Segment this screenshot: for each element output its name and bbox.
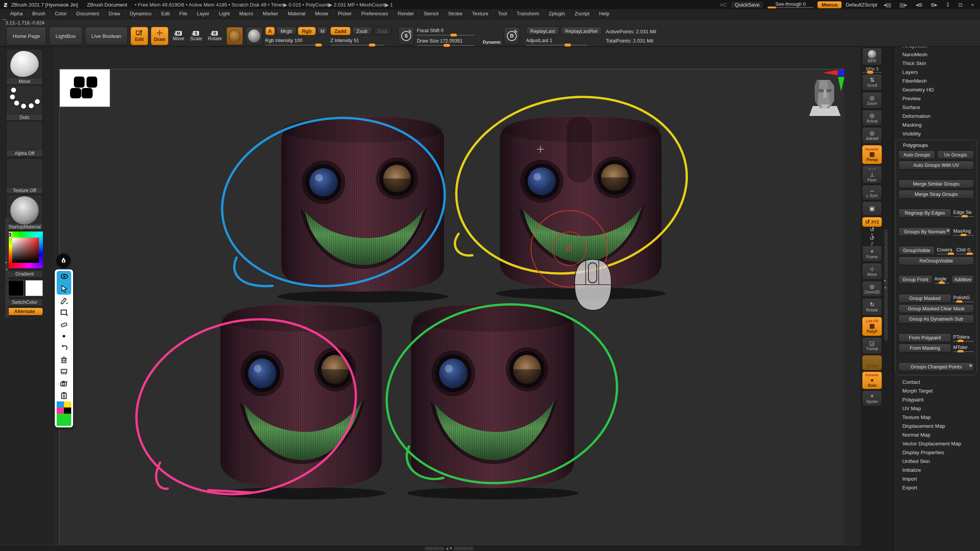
dock-right-icon[interactable]: ⊞▸ xyxy=(928,2,939,8)
menu-layer[interactable]: Layer xyxy=(192,9,214,19)
scale-button[interactable]: S Scale xyxy=(188,27,203,45)
pg-groupvisible[interactable]: GroupVisible xyxy=(898,246,935,255)
palette-tile-alpha[interactable]: Alpha Off xyxy=(6,121,43,157)
tool-section-layers[interactable]: Layers xyxy=(895,68,978,77)
palette-tile-brush[interactable]: Move xyxy=(6,49,43,85)
clipboard-icon[interactable] xyxy=(57,390,71,401)
zoom3d-button[interactable]: ◎Zoom3D xyxy=(862,281,882,297)
rgb-intensity-slider[interactable]: Rgb Intensity 100 xyxy=(265,37,323,46)
size-dot-icon[interactable] xyxy=(57,330,71,342)
canvas-area[interactable] xyxy=(54,47,861,545)
menu-edit[interactable]: Edit xyxy=(157,9,175,19)
spix-slider[interactable]: SPix 3 xyxy=(862,67,882,73)
draw-button[interactable]: Draw xyxy=(151,27,168,45)
default-zscript-label[interactable]: DefaultZScript xyxy=(846,2,877,8)
xpose-button[interactable]: ⌖Xpose xyxy=(862,390,882,406)
palette-color-2[interactable] xyxy=(57,408,64,414)
pg-regroup-by-edges[interactable]: Regroup By Edges xyxy=(898,209,951,217)
pg-group-as-dynamesh-sub[interactable]: Group As Dynamesh Sub xyxy=(898,315,974,323)
menu-draw[interactable]: Draw xyxy=(104,9,125,19)
pg-merge-similar-groups[interactable]: Merge Similar Groups xyxy=(898,179,974,188)
minimize-icon[interactable]: ↧ xyxy=(944,2,952,8)
pg-auto-groups[interactable]: Auto Groups xyxy=(898,150,935,159)
menu-file[interactable]: File xyxy=(175,9,192,19)
m-button[interactable]: M xyxy=(317,27,328,35)
saturation-square[interactable] xyxy=(12,238,39,263)
menu-movie[interactable]: Movie xyxy=(310,9,333,19)
left-tray-resize-handle[interactable]: ▸◂ xyxy=(5,218,9,318)
auto-mode-button[interactable]: A xyxy=(265,27,275,35)
menu-document[interactable]: Document xyxy=(72,9,104,19)
pg-uv-groups[interactable]: Uv Groups xyxy=(937,150,974,159)
tool-section-normal-map[interactable]: Normal Map xyxy=(895,430,978,439)
tool-section-preview[interactable]: Preview xyxy=(895,94,978,103)
move-button[interactable]: M Move xyxy=(171,27,186,45)
menu-macro[interactable]: Macro xyxy=(235,9,258,19)
tool-section-nanomesh[interactable]: NanoMesh xyxy=(895,50,978,59)
pg-slider-polishg[interactable]: PolishG xyxy=(953,294,974,303)
pg-group-masked[interactable]: Group Masked xyxy=(898,294,951,303)
cursor-icon[interactable] xyxy=(57,283,71,295)
alternate-button[interactable]: Alternate xyxy=(6,308,43,315)
menu-dynamics[interactable]: Dynamics xyxy=(125,9,157,19)
pg-slider-mtoler[interactable]: MToler xyxy=(953,344,974,352)
zcut-button[interactable]: Zcut xyxy=(373,27,391,35)
rotz-button[interactable]: ↺Z xyxy=(862,237,882,245)
menu-material[interactable]: Material xyxy=(283,9,310,19)
floor-button[interactable]: X Y Z⊥Floor xyxy=(862,165,882,184)
pg-groups-changed-points[interactable]: Groups Changed Points xyxy=(898,362,974,371)
frame-button[interactable]: ⌖Frame xyxy=(862,246,882,262)
see-through-slider[interactable]: See-through 0 xyxy=(768,2,813,8)
right-tray-resize-handle[interactable]: ▸◂ xyxy=(884,230,888,341)
menu-light[interactable]: Light xyxy=(214,9,235,19)
rotate-button[interactable]: R Rotate xyxy=(206,27,224,45)
tool-section-import[interactable]: Import xyxy=(895,474,978,483)
depth-selector-button[interactable]: ✎ D xyxy=(504,27,520,45)
pg-slider-clstr-0-[interactable]: Clstr 0. xyxy=(956,246,974,255)
tool-section-deformation[interactable]: Deformation xyxy=(895,112,978,121)
tool-section-display-properties[interactable]: Display Properties xyxy=(895,448,978,457)
shrink-left-icon[interactable]: ◂|||| xyxy=(881,2,893,8)
tool-section-vector-displacement-map[interactable]: Vector Displacement Map xyxy=(895,439,978,448)
undo-icon[interactable] xyxy=(57,342,71,354)
menu-help[interactable]: Help xyxy=(595,9,614,19)
menu-brush[interactable]: Brush xyxy=(28,9,50,19)
pg-regroupvisible[interactable]: ReGroupVisible xyxy=(898,256,974,265)
menu-picker[interactable]: Picker xyxy=(333,9,357,19)
tool-section-morph-target[interactable]: Morph Target xyxy=(895,386,978,395)
lsym-button[interactable]: ↔L.Sym xyxy=(862,185,882,200)
tool-section-geometry-hd[interactable]: Geometry HD xyxy=(895,85,978,94)
tool-section-visibility[interactable]: Visibility xyxy=(895,129,978,138)
scroll-button[interactable]: ⇅Scroll xyxy=(862,74,882,91)
pg-slider-maxang[interactable]: MaxAng xyxy=(953,227,974,236)
texture-sphere-button[interactable] xyxy=(226,27,243,45)
tool-section-texture-map[interactable]: Texture Map xyxy=(895,413,978,422)
camera-icon[interactable] xyxy=(57,378,71,390)
stroke-selector-button[interactable]: ✎ S xyxy=(398,27,414,45)
transp-button[interactable]: ◲Transp xyxy=(862,337,882,354)
shrink-right-icon[interactable]: ||||▸ xyxy=(897,2,910,8)
tool-section-thick-skin[interactable]: Thick Skin xyxy=(895,59,978,68)
pg-slider-edge-se[interactable]: Edge Se xyxy=(953,209,974,217)
persp-button[interactable]: Dynamic▦Persp xyxy=(862,145,882,164)
rotate3d-button[interactable]: ↻Rotate xyxy=(862,298,882,316)
zoom-button[interactable]: ◎Zoom xyxy=(862,92,882,109)
tool-section-fibermesh[interactable]: FiberMesh xyxy=(895,77,978,85)
aahalf-button[interactable]: ◎AAHalf xyxy=(862,127,882,144)
color-picker[interactable] xyxy=(6,231,43,268)
palette-tile-texture[interactable]: Texture Off xyxy=(6,158,43,194)
zsub-button[interactable]: Zsub xyxy=(352,27,372,35)
palette-color-3[interactable] xyxy=(64,408,71,414)
menu-marker[interactable]: Marker xyxy=(258,9,283,19)
pg-slider-covera[interactable]: Covera xyxy=(937,246,954,255)
dynamic-label[interactable]: Dynamic xyxy=(483,40,501,44)
tool-section-contact[interactable]: Contact xyxy=(895,378,978,386)
menu-texture[interactable]: Texture xyxy=(467,9,493,19)
mrgb-button[interactable]: Mrgb xyxy=(276,27,296,35)
menu-render[interactable]: Render xyxy=(393,9,419,19)
whiteboard-icon[interactable] xyxy=(57,366,71,378)
palette-tile-stroke[interactable]: Dots xyxy=(6,85,43,121)
palette-color-1[interactable] xyxy=(64,401,71,408)
palette-color-0[interactable] xyxy=(57,401,64,408)
pencil-icon[interactable] xyxy=(57,295,71,306)
